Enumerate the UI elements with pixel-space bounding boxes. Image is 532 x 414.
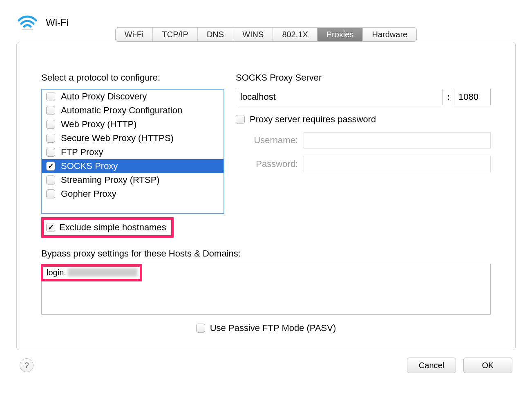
cancel-button[interactable]: Cancel xyxy=(407,358,456,373)
tab-dns[interactable]: DNS xyxy=(198,28,233,41)
passive-ftp-checkbox[interactable] xyxy=(196,324,205,333)
help-button[interactable]: ? xyxy=(20,358,34,372)
protocol-label: Auto Proxy Discovery xyxy=(61,91,147,102)
protocol-checkbox[interactable] xyxy=(46,92,55,101)
protocol-checkbox[interactable] xyxy=(46,106,55,115)
bypass-textarea[interactable]: login. xyxy=(41,264,491,315)
tab-hardware[interactable]: Hardware xyxy=(363,28,416,41)
requires-password-checkbox[interactable] xyxy=(236,115,245,124)
protocol-label: Web Proxy (HTTP) xyxy=(61,119,136,130)
protocol-item[interactable]: Gopher Proxy xyxy=(42,187,224,201)
bypass-entry-text: login. xyxy=(43,268,66,277)
bypass-label: Bypass proxy settings for these Hosts & … xyxy=(41,248,491,259)
settings-panel: Select a protocol to configure: Auto Pro… xyxy=(16,42,516,350)
passive-ftp-label: Use Passive FTP Mode (PASV) xyxy=(210,323,336,333)
tab-tcpip[interactable]: TCP/IP xyxy=(153,28,197,41)
protocol-label: Secure Web Proxy (HTTPS) xyxy=(61,133,174,144)
requires-password-label: Proxy server requires password xyxy=(250,114,376,125)
ok-button[interactable]: OK xyxy=(463,358,512,373)
help-icon: ? xyxy=(24,361,29,370)
protocol-item[interactable]: Web Proxy (HTTP) xyxy=(42,117,224,131)
protocol-label: FTP Proxy xyxy=(61,147,103,158)
protocol-section-label: Select a protocol to configure: xyxy=(41,72,224,83)
protocol-item[interactable]: FTP Proxy xyxy=(42,145,224,159)
proxy-host-input[interactable] xyxy=(236,89,443,105)
proxy-server-heading: SOCKS Proxy Server xyxy=(236,72,491,83)
exclude-simple-hostnames-row[interactable]: Exclude simple hostnames xyxy=(41,217,174,238)
protocol-item[interactable]: Auto Proxy Discovery xyxy=(42,90,224,104)
bypass-entry-redacted xyxy=(68,268,137,277)
protocol-item[interactable]: Automatic Proxy Configuration xyxy=(42,104,224,117)
password-label: Password: xyxy=(236,159,298,169)
protocol-checkbox[interactable] xyxy=(46,162,55,171)
protocol-checkbox[interactable] xyxy=(46,189,55,198)
protocol-item[interactable]: SOCKS Proxy xyxy=(42,159,224,173)
protocol-label: Streaming Proxy (RTSP) xyxy=(61,175,160,185)
host-port-separator: : xyxy=(446,92,451,102)
username-input xyxy=(304,132,491,148)
tabbar: Wi-Fi TCP/IP DNS WINS 802.1X Proxies Har… xyxy=(115,27,417,42)
proxy-port-input[interactable] xyxy=(454,89,491,105)
protocol-list[interactable]: Auto Proxy DiscoveryAutomatic Proxy Conf… xyxy=(41,89,224,214)
protocol-checkbox[interactable] xyxy=(46,176,55,184)
bypass-entry-highlight: login. xyxy=(41,264,142,281)
exclude-simple-hostnames-checkbox[interactable] xyxy=(46,223,55,232)
exclude-simple-hostnames-label: Exclude simple hostnames xyxy=(59,222,166,233)
protocol-label: Automatic Proxy Configuration xyxy=(61,105,182,116)
tab-8021x[interactable]: 802.1X xyxy=(273,28,317,41)
password-input xyxy=(304,156,491,172)
tab-wins[interactable]: WINS xyxy=(233,28,273,41)
protocol-checkbox[interactable] xyxy=(46,134,55,143)
protocol-item[interactable]: Secure Web Proxy (HTTPS) xyxy=(42,131,224,145)
tab-wifi[interactable]: Wi-Fi xyxy=(116,28,153,41)
protocol-label: Gopher Proxy xyxy=(61,189,116,199)
protocol-item[interactable]: Streaming Proxy (RTSP) xyxy=(42,173,224,187)
protocol-label: SOCKS Proxy xyxy=(61,161,118,171)
tab-proxies[interactable]: Proxies xyxy=(317,28,363,41)
username-label: Username: xyxy=(236,135,298,146)
protocol-checkbox[interactable] xyxy=(46,148,55,157)
page-title: Wi-Fi xyxy=(46,17,69,28)
protocol-checkbox[interactable] xyxy=(46,120,55,129)
